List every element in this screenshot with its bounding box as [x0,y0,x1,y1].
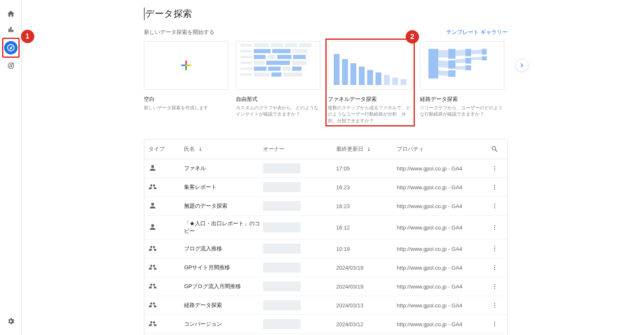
row-name: 集客レポート [184,183,263,191]
svg-point-30 [494,248,495,249]
nav-advertising[interactable] [4,59,18,72]
row-more-button[interactable] [486,321,503,327]
row-type-icon [148,244,184,254]
funnel-preview [328,41,412,90]
svg-point-34 [494,269,495,270]
templates-next-button[interactable] [515,59,529,72]
row-more-button[interactable] [486,165,503,172]
main-content: データ探索 新しいデータ探索を開始する テンプレート ギャラリー [22,0,644,335]
row-property: http://www.gpol.co.jp - GA4 [397,203,486,209]
header-date-label: 最終更新日 [336,145,363,153]
svg-point-19 [494,170,495,171]
template-gallery-link[interactable]: テンプレート ギャラリー [446,28,508,36]
freeform-preview [236,41,320,90]
row-owner [263,244,336,254]
table-row[interactable]: 無題のデータ探索16:23http://www.gpol.co.jp - GA4 [144,197,507,216]
row-date: 16:12 [336,224,397,231]
svg-rect-9 [448,49,456,59]
template-desc: ツリーグラフから、ユーザーのどのような行動経路が確認できますか？ [420,105,504,118]
header-type[interactable]: タイプ [148,145,184,153]
svg-point-37 [494,288,495,289]
template-path[interactable]: 経路データ探索 ツリーグラフから、ユーザーのどのような行動経路が確認できますか？ [420,41,504,124]
header-owner[interactable]: オーナー [263,145,336,153]
table-row[interactable]: GPブログ流入月間推移2024/03/19http://www.gpol.co.… [144,277,507,296]
annotation-2-badge: 2 [406,30,419,44]
row-type-icon [148,164,184,173]
row-type-icon [148,201,184,211]
table-row[interactable]: 経路データ探索2024/03/13http://www.gpol.co.jp -… [144,296,507,315]
nav-home[interactable] [4,7,18,21]
row-type-icon [148,282,184,291]
template-funnel[interactable]: 2 ファネルデ [328,41,412,124]
row-owner [263,222,336,232]
template-freeform[interactable]: 自由形式 カスタムのグラフや表から、どのようなインサイトが確認できますか？ [236,41,320,124]
search-button[interactable] [486,145,503,153]
row-property: http://www.gpol.co.jp - GA4 [397,184,486,191]
nav-admin[interactable] [4,314,18,328]
row-more-button[interactable] [486,224,503,231]
nav-reports[interactable] [4,23,18,36]
row-owner [263,163,336,173]
row-more-button[interactable] [486,203,503,209]
row-more-button[interactable] [486,184,503,191]
svg-point-36 [494,286,495,287]
svg-point-33 [494,267,495,268]
table-row[interactable]: GPサイト月間推移2024/03/19http://www.gpol.co.jp… [144,258,507,277]
svg-point-23 [494,204,495,204]
row-more-button[interactable] [486,264,503,271]
row-type-icon [148,223,184,232]
svg-point-40 [494,307,495,308]
row-more-button[interactable] [486,245,503,252]
svg-point-21 [494,187,495,188]
blank-preview [144,41,228,90]
chevron-right-icon [519,62,525,69]
template-blank[interactable]: 空白 新しいデータ探索を作成します [144,41,228,124]
svg-rect-6 [181,64,186,66]
row-more-button[interactable] [486,283,503,290]
page-title: データ探索 [144,8,508,20]
svg-point-39 [494,305,495,306]
table-row[interactable]: 集客レポート16:23http://www.gpol.co.jp - GA4 [144,178,507,197]
svg-point-27 [494,227,495,228]
row-name: GPブログ流入月間推移 [184,283,263,290]
svg-rect-12 [465,49,471,57]
header-date[interactable]: 最終更新日 [336,145,397,153]
row-property: http://www.gpol.co.jp - GA4 [397,265,486,271]
row-name: 経路データ探索 [184,302,263,309]
row-date: 17:05 [336,165,397,172]
row-name: ブログ流入推移 [184,245,263,253]
svg-rect-4 [185,61,187,65]
sort-down-icon [366,146,372,152]
table-row[interactable]: ブログ流入推移10:19http://www.gpol.co.jp - GA4 [144,240,507,258]
row-property: http://www.gpol.co.jp - GA4 [397,165,486,172]
svg-point-35 [494,284,495,285]
table-row[interactable]: ファネル17:05http://www.gpol.co.jp - GA4 [144,159,507,178]
template-title: 経路データ探索 [420,95,504,103]
nav-explore[interactable] [4,41,18,54]
svg-point-17 [494,166,495,167]
row-property: http://www.gpol.co.jp - GA4 [397,321,486,327]
explorations-table: タイプ 氏名 オーナー 最終更新日 プロパティ ファネル17:05h [144,139,508,335]
row-date: 10:19 [336,246,397,252]
row-property: http://www.gpol.co.jp - GA4 [397,302,486,309]
subtitle: 新しいデータ探索を開始する [144,28,215,36]
svg-rect-10 [448,60,456,69]
plus-icon [180,59,192,72]
row-owner [263,263,336,273]
row-owner [263,300,336,310]
row-date: 2024/03/19 [336,265,397,271]
header-property[interactable]: プロパティ [397,145,486,153]
row-type-icon [148,263,184,273]
row-name: 無題のデータ探索 [184,202,263,210]
svg-rect-8 [428,49,438,79]
header-name[interactable]: 氏名 [184,145,263,153]
table-row[interactable]: コンバージョン2024/03/12http://www.gpol.co.jp -… [144,315,507,334]
table-row[interactable]: 「★入口・出口レポート」のコピー16:12http://www.gpol.co.… [144,216,507,240]
svg-point-18 [494,168,495,169]
search-icon [491,145,498,153]
sidebar: 1 [0,0,22,335]
svg-rect-14 [465,65,471,70]
sort-down-icon [197,146,203,152]
row-more-button[interactable] [486,302,503,309]
template-desc: カスタムのグラフや表から、どのようなインサイトが確認できますか？ [236,105,320,118]
